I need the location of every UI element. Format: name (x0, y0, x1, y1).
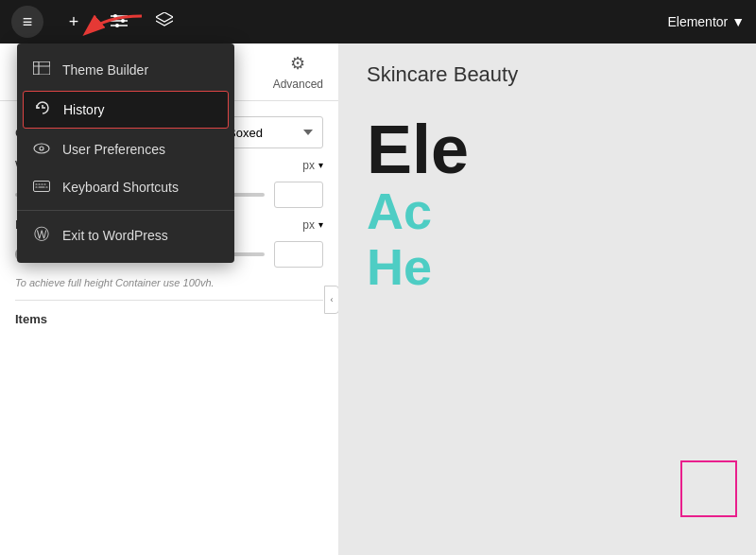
user-preferences-icon (32, 141, 51, 158)
layers-icon (156, 12, 173, 32)
theme-builder-label: Theme Builder (62, 62, 148, 78)
min-height-value-input[interactable] (274, 241, 323, 268)
exit-wordpress-label: Exit to WordPress (62, 228, 168, 243)
wordpress-icon: Ⓦ (32, 225, 51, 245)
keyboard-shortcuts-label: Keyboard Shortcuts (62, 180, 179, 195)
menu-item-theme-builder[interactable]: Theme Builder (17, 51, 234, 89)
site-title: Skincare Beauty (338, 43, 756, 87)
collapse-panel-button[interactable]: ‹ (324, 286, 338, 314)
min-height-unit-label: px (302, 218, 315, 232)
width-value-input[interactable]: 1140 (274, 182, 323, 208)
history-label: History (63, 102, 105, 117)
brand-label: Elementor ▼ (667, 14, 745, 29)
divider (15, 300, 323, 301)
pink-selection-box (680, 460, 737, 517)
user-preferences-label: User Preferences (62, 142, 165, 157)
menu-divider (17, 210, 234, 211)
dropdown-menu: Theme Builder History User Preferences (17, 43, 234, 263)
layers-button[interactable] (149, 7, 180, 37)
svg-rect-9 (33, 61, 39, 75)
svg-rect-13 (34, 182, 50, 192)
chevron-down-icon[interactable]: ▾ (318, 160, 323, 170)
svg-rect-10 (33, 61, 50, 66)
hamburger-button[interactable]: ≡ (11, 6, 43, 38)
items-label: Items (15, 312, 323, 326)
menu-item-exit-wordpress[interactable]: Ⓦ Exit to WordPress (17, 215, 234, 255)
content-width-select[interactable]: Boxed Full Width (219, 116, 323, 148)
svg-point-11 (34, 144, 49, 153)
keyboard-icon (32, 179, 51, 196)
theme-builder-icon (32, 61, 51, 78)
gear-icon: ⚙ (290, 53, 305, 74)
red-arrow (68, 11, 144, 53)
accent-text-line1: Ac He (338, 183, 756, 296)
svg-marker-6 (156, 12, 173, 22)
advanced-tab-label: Advanced (273, 78, 323, 91)
menu-item-keyboard-shortcuts[interactable]: Keyboard Shortcuts (17, 168, 234, 206)
min-height-chevron-icon[interactable]: ▾ (318, 219, 323, 230)
menu-item-history[interactable]: History (23, 91, 229, 129)
width-unit-label: px (302, 159, 315, 172)
big-hero-text: Ele (338, 87, 756, 183)
menu-item-user-preferences[interactable]: User Preferences (17, 130, 234, 168)
history-icon (33, 100, 52, 119)
svg-rect-8 (33, 61, 50, 75)
advanced-tab[interactable]: ⚙ Advanced (273, 53, 323, 91)
content-width-select-wrapper: Boxed Full Width (219, 116, 323, 148)
hamburger-icon: ≡ (23, 12, 33, 32)
svg-point-12 (40, 147, 43, 150)
hint-text: To achieve full height Container use 100… (15, 277, 323, 288)
main-content: Skincare Beauty Ele Ac He (338, 43, 756, 555)
collapse-icon: ‹ (331, 295, 334, 304)
